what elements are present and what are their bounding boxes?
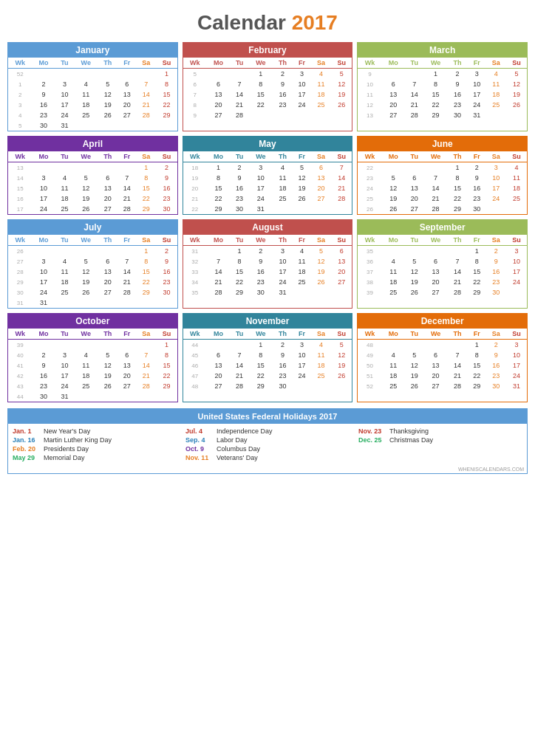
day-cell: 30 [249, 287, 273, 298]
day-cell: 13 [98, 183, 117, 193]
week-number: 21 [183, 193, 207, 204]
holiday-date: Nov. 23 [358, 427, 386, 435]
day-cell: 7 [117, 256, 136, 267]
month-header-may: May [183, 137, 352, 151]
day-cell: 10 [293, 79, 311, 89]
month-table-mar: WkMoTuWeThFrSaSu912345106789101112111314… [358, 58, 527, 120]
col-header-su: Su [331, 329, 352, 340]
day-cell: 26 [74, 204, 98, 214]
day-cell: 22 [448, 193, 468, 204]
day-cell: 6 [207, 350, 230, 360]
col-header-tu: Tu [230, 235, 249, 246]
day-cell: 31 [468, 110, 486, 120]
col-header-fr: Fr [117, 329, 136, 340]
day-cell: 18 [55, 277, 75, 287]
day-cell: 18 [273, 183, 293, 193]
day-cell: 28 [405, 110, 424, 120]
day-cell: 13 [117, 89, 136, 100]
day-cell: 28 [448, 381, 468, 391]
table-row: 5011121314151617 [358, 360, 527, 371]
day-cell: 14 [136, 89, 156, 100]
table-row: 3024252627282930 [8, 287, 177, 298]
col-header-we: We [424, 235, 448, 246]
day-cell: 3 [32, 256, 55, 267]
day-cell: 6 [382, 79, 405, 89]
day-cell: 27 [207, 110, 230, 120]
holiday-col-1: Jul. 4Independence DaySep. 4Labor DayOct… [181, 424, 354, 465]
day-cell: 7 [117, 173, 136, 183]
day-cell: 15 [468, 267, 486, 277]
day-cell: 19 [331, 89, 352, 100]
col-header-fr: Fr [293, 329, 311, 340]
day-cell: 17 [32, 193, 55, 204]
day-cell [424, 340, 448, 351]
day-cell [207, 340, 230, 351]
table-row: 4216171819202122 [8, 371, 177, 381]
day-cell: 17 [468, 89, 486, 100]
col-header-su: Su [506, 235, 527, 246]
day-cell: 20 [117, 100, 136, 110]
day-cell: 12 [311, 256, 331, 267]
col-header-wk: Wk [8, 329, 32, 340]
col-header-su: Su [506, 329, 527, 340]
month-table-aug: WkMoTuWeThFrSaSu311234563278910111213331… [183, 235, 352, 298]
col-header-mo: Mo [207, 329, 230, 340]
holiday-date: Feb. 20 [13, 445, 41, 453]
day-cell [117, 391, 136, 402]
day-cell: 5 [405, 256, 424, 267]
month-table-jan: WkMoTuWeThFrSaSu521123456782910111213141… [8, 58, 177, 131]
day-cell: 13 [405, 183, 424, 193]
day-cell [117, 162, 136, 173]
day-cell: 20 [311, 183, 331, 193]
day-cell [98, 391, 117, 402]
day-cell: 1 [156, 340, 177, 351]
table-row: 1617181920212223 [8, 193, 177, 204]
day-cell: 12 [98, 89, 117, 100]
day-cell: 20 [207, 100, 230, 110]
day-cell: 31 [506, 381, 527, 391]
holiday-date: Jan. 1 [13, 427, 41, 435]
day-cell: 30 [156, 287, 177, 298]
day-cell: 26 [74, 287, 98, 298]
day-cell: 28 [230, 110, 249, 120]
week-number: 41 [8, 360, 32, 371]
col-header-mo: Mo [382, 235, 405, 246]
week-number: 28 [8, 267, 32, 277]
day-cell: 30 [230, 204, 249, 214]
col-header-wk: Wk [183, 235, 207, 246]
table-row: 2917181920212223 [8, 277, 177, 287]
day-cell: 6 [331, 246, 352, 257]
day-cell: 8 [136, 173, 156, 183]
day-cell: 23 [448, 100, 468, 110]
holidays-section: United States Federal Holidays 2017 Jan.… [7, 408, 528, 474]
month-table-jul: WkMoTuWeThFrSaSu261227345678928101112131… [8, 235, 177, 308]
day-cell: 15 [424, 89, 448, 100]
day-cell [156, 391, 177, 402]
day-cell: 7 [448, 350, 468, 360]
day-cell: 24 [506, 371, 527, 381]
week-number: 10 [358, 79, 381, 89]
week-number: 19 [183, 173, 207, 183]
day-cell: 16 [273, 360, 293, 371]
day-cell: 12 [74, 267, 98, 277]
day-cell: 23 [468, 193, 486, 204]
day-cell: 27 [382, 110, 405, 120]
table-row: 2612 [8, 246, 177, 257]
day-cell: 30 [448, 110, 468, 120]
page-title: Calendar 2017 [7, 11, 528, 35]
day-cell: 22 [207, 193, 230, 204]
day-cell [55, 162, 75, 173]
day-cell [117, 120, 136, 131]
month-table-nov: WkMoTuWeThFrSaSu441234545678910111246131… [183, 329, 352, 391]
day-cell: 8 [207, 173, 230, 183]
day-cell: 16 [486, 360, 506, 371]
day-cell: 5 [331, 69, 352, 80]
day-cell: 23 [486, 371, 506, 381]
table-row: 181234567 [183, 162, 352, 173]
day-cell [98, 298, 117, 308]
holiday-col-2: Nov. 23ThanksgivingDec. 25Christmas Day [354, 424, 527, 465]
col-header-we: We [74, 151, 98, 162]
day-cell: 4 [55, 256, 75, 267]
day-cell: 3 [506, 246, 527, 257]
week-number: 5 [8, 120, 32, 131]
